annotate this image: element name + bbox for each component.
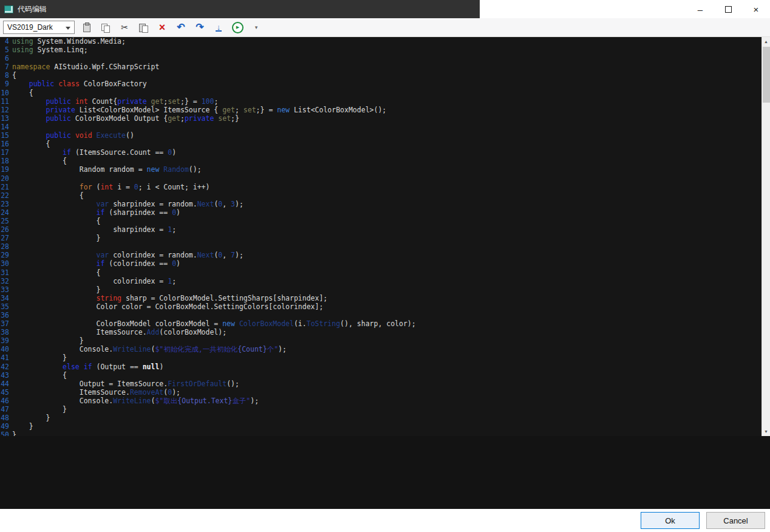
code-line: 19 Random random = new Random(); <box>0 165 761 174</box>
scrollbar-thumb[interactable] <box>763 47 770 103</box>
code-lines: 4using System.Windows.Media;5using Syste… <box>0 37 761 436</box>
code-line: 30 if (colorindex == 0) <box>0 259 761 268</box>
code-text: } <box>12 285 100 294</box>
line-number: 17 <box>0 148 12 157</box>
ok-button[interactable]: Ok <box>641 512 700 529</box>
code-line: 5using System.Linq; <box>0 46 761 54</box>
code-line: 21 for (int i = 0; i < Count; i++) <box>0 183 761 191</box>
line-number: 19 <box>0 165 12 174</box>
code-text: Color color = ColorBoxModel.SettingColor… <box>12 302 323 311</box>
chevron-down-icon <box>66 27 70 30</box>
code-line: 41 } <box>0 353 761 362</box>
code-text: string sharp = ColorBoxModel.SettingShar… <box>12 294 327 302</box>
line-number: 38 <box>0 328 12 336</box>
code-line: 27 } <box>0 234 761 242</box>
line-number: 47 <box>0 405 12 414</box>
line-number: 31 <box>0 268 12 277</box>
scroll-up-button[interactable]: ▲ <box>762 37 770 46</box>
line-number: 43 <box>0 371 12 380</box>
code-text: { <box>12 191 84 200</box>
code-line: 14 <box>0 123 761 131</box>
code-text: { <box>12 157 67 165</box>
line-number: 50 <box>0 431 12 436</box>
code-line: 10 { <box>0 89 761 97</box>
save-button[interactable]: ↓ <box>212 21 225 34</box>
paste-icon <box>138 22 148 32</box>
line-number: 45 <box>0 388 12 397</box>
code-line: 28 <box>0 242 761 251</box>
redo-icon: ↷ <box>196 22 203 32</box>
line-number: 28 <box>0 242 12 251</box>
code-text: } <box>12 422 33 431</box>
cut-icon: ✂ <box>121 22 128 32</box>
line-number: 18 <box>0 157 12 165</box>
code-line: 6 <box>0 54 761 63</box>
close-button[interactable]: × <box>742 0 770 18</box>
cancel-button[interactable]: Cancel <box>706 512 765 529</box>
code-line: 9 public class ColorBoxFactory <box>0 80 761 88</box>
line-number: 10 <box>0 89 12 97</box>
code-text: if (sharpindex == 0) <box>12 208 180 217</box>
code-line: 15 public void Execute() <box>0 131 761 140</box>
clipboard-button[interactable] <box>80 21 94 34</box>
line-number: 5 <box>0 46 12 54</box>
code-text: else if (Output == null) <box>12 363 163 371</box>
code-text: var colorindex = random.Next(0, 7); <box>12 251 244 259</box>
delete-icon: × <box>159 22 166 32</box>
code-text: } <box>12 353 67 362</box>
code-line: 38 ItemsSource.Add(colorBoxModel); <box>0 328 761 336</box>
line-number: 24 <box>0 208 12 217</box>
footer: Ok Cancel <box>0 509 770 532</box>
cut-button[interactable]: ✂ <box>118 21 131 34</box>
code-edit-window: 代码编辑 – × VS2019_Dark ✂ <box>0 0 770 532</box>
code-line: 29 var colorindex = random.Next(0, 7); <box>0 251 761 259</box>
maximize-button[interactable] <box>714 0 742 18</box>
redo-button[interactable]: ↷ <box>193 21 206 34</box>
line-number: 37 <box>0 319 12 328</box>
undo-button[interactable]: ↶ <box>174 21 188 34</box>
line-number: 49 <box>0 422 12 431</box>
code-text: Output = ItemsSource.FirstOrDefault(); <box>12 380 239 388</box>
code-text: if (colorindex == 0) <box>12 259 180 268</box>
code-line: 12 private List<ColorBoxModel> ItemsSour… <box>0 106 761 114</box>
scroll-down-icon: ▼ <box>764 429 768 434</box>
line-number: 16 <box>0 140 12 148</box>
code-text: if (ItemsSource.Count == 0) <box>12 148 176 157</box>
clipboard-icon <box>82 22 92 32</box>
lower-panel <box>0 436 770 509</box>
line-number: 30 <box>0 259 12 268</box>
line-number: 48 <box>0 414 12 422</box>
minimize-button[interactable]: – <box>686 0 714 18</box>
titlebar: 代码编辑 – × <box>0 0 770 18</box>
app-window-icon <box>4 5 13 13</box>
theme-select[interactable]: VS2019_Dark <box>3 21 75 34</box>
line-number: 29 <box>0 251 12 259</box>
code-line: 50} <box>0 431 761 436</box>
code-line: 4using System.Windows.Media; <box>0 37 761 46</box>
line-number: 25 <box>0 217 12 225</box>
line-number: 15 <box>0 131 12 140</box>
scroll-down-button[interactable]: ▼ <box>762 427 770 436</box>
vertical-scrollbar[interactable]: ▲ ▼ <box>761 37 770 436</box>
delete-button[interactable]: × <box>155 21 169 34</box>
line-number: 33 <box>0 285 12 294</box>
line-number: 46 <box>0 397 12 405</box>
line-number: 35 <box>0 302 12 311</box>
line-number: 34 <box>0 294 12 302</box>
code-line: 34 string sharp = ColorBoxModel.SettingS… <box>0 294 761 302</box>
code-line: 26 sharpindex = 1; <box>0 225 761 234</box>
code-line: 42 else if (Output == null) <box>0 363 761 371</box>
toolbar-overflow-button[interactable]: ▾ <box>250 21 263 34</box>
line-number: 4 <box>0 37 12 46</box>
paste-button[interactable] <box>137 21 150 34</box>
code-editor[interactable]: 4using System.Windows.Media;5using Syste… <box>0 37 761 436</box>
code-line: 44 Output = ItemsSource.FirstOrDefault()… <box>0 380 761 388</box>
copy-icon <box>101 22 111 32</box>
theme-select-value: VS2019_Dark <box>7 23 53 32</box>
code-line: 24 if (sharpindex == 0) <box>0 208 761 217</box>
code-text: public class ColorBoxFactory <box>12 80 147 88</box>
code-text: for (int i = 0; i < Count; i++) <box>12 183 210 191</box>
line-number: 32 <box>0 277 12 285</box>
copy-button[interactable] <box>99 21 112 34</box>
run-button[interactable]: ▶ <box>231 21 244 34</box>
